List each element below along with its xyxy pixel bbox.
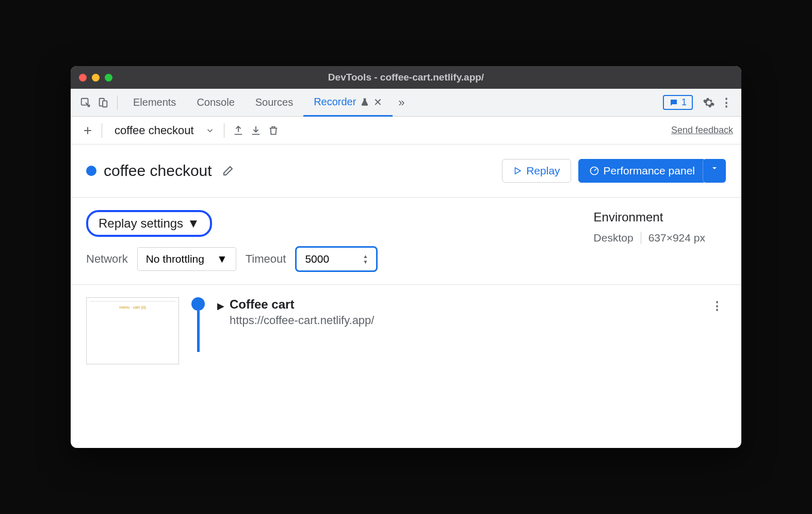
devtools-window: DevTools - coffee-cart.netlify.app/ Elem… <box>71 66 741 448</box>
replay-button[interactable]: Replay <box>502 159 571 183</box>
tab-recorder-label: Recorder <box>314 96 356 108</box>
chat-icon <box>669 98 678 107</box>
tab-console[interactable]: Console <box>186 89 245 117</box>
environment-size: 637×924 px <box>648 232 705 244</box>
import-icon[interactable] <box>247 122 265 139</box>
close-tab-icon[interactable]: ✕ <box>373 96 382 108</box>
replay-settings-toggle[interactable]: Replay settings ▼ <box>86 210 212 237</box>
issues-button[interactable]: 1 <box>663 95 693 110</box>
replay-settings-fields: Network No throttling ▼ Timeout 5000 ▲ ▼ <box>86 246 378 272</box>
recorder-toolbar: + coffee checkout Send feedback <box>71 117 741 144</box>
timeline-line <box>197 311 200 352</box>
inspect-element-icon[interactable] <box>77 94 94 111</box>
step-thumbnail: menu cart (0) <box>86 297 179 364</box>
minimize-window-button[interactable] <box>92 74 100 82</box>
recording-title: coffee checkout <box>104 162 212 180</box>
network-throttling-value: No throttling <box>146 253 204 265</box>
titlebar: DevTools - coffee-cart.netlify.app/ <box>71 66 741 89</box>
divider <box>102 123 102 138</box>
timeout-label: Timeout <box>246 252 286 266</box>
replay-button-label: Replay <box>526 165 560 177</box>
device-toggle-icon[interactable] <box>94 94 112 111</box>
flask-icon <box>360 98 369 107</box>
devtools-tabbar: Elements Console Sources Recorder ✕ » 1 … <box>71 89 741 117</box>
tab-recorder[interactable]: Recorder ✕ <box>303 89 393 117</box>
more-menu-icon[interactable]: ⋮ <box>718 94 735 111</box>
window-title: DevTools - coffee-cart.netlify.app/ <box>71 72 741 83</box>
performance-panel-button[interactable]: Performance panel <box>578 159 706 183</box>
environment-info: Desktop 637×924 px <box>594 232 705 244</box>
gauge-icon <box>589 166 599 176</box>
export-icon[interactable] <box>230 122 247 139</box>
divider <box>117 95 118 110</box>
play-icon <box>513 166 522 175</box>
divider <box>224 123 224 138</box>
recording-status-dot <box>86 166 96 176</box>
settings-section: Replay settings ▼ Network No throttling … <box>71 198 741 285</box>
caret-down-icon: ▼ <box>187 216 200 231</box>
environment-title: Environment <box>594 210 705 224</box>
caret-down-icon: ▼ <box>217 253 228 265</box>
recording-selector[interactable]: coffee checkout <box>115 124 194 137</box>
expand-step-icon[interactable]: ▶ <box>217 300 224 312</box>
tab-elements[interactable]: Elements <box>123 89 186 117</box>
edit-name-icon[interactable] <box>219 162 237 180</box>
issues-count: 1 <box>681 97 687 108</box>
svg-rect-2 <box>103 101 107 107</box>
new-recording-icon[interactable]: + <box>79 122 96 139</box>
timeout-input[interactable]: 5000 ▲ ▼ <box>295 246 378 272</box>
step-menu-icon[interactable]: ⋮ <box>708 297 726 315</box>
recording-header: coffee checkout Replay Performance panel <box>71 144 741 198</box>
step-url: https://coffee-cart.netlify.app/ <box>230 314 374 327</box>
delete-icon[interactable] <box>265 122 282 139</box>
timeout-value: 5000 <box>305 253 329 265</box>
maximize-window-button[interactable] <box>105 74 112 82</box>
step-title: Coffee cart <box>230 297 374 312</box>
number-stepper[interactable]: ▲ ▼ <box>363 253 368 265</box>
divider <box>641 232 641 244</box>
settings-icon[interactable] <box>700 94 718 111</box>
send-feedback-link[interactable]: Send feedback <box>671 125 733 136</box>
performance-panel-label: Performance panel <box>604 165 695 177</box>
replay-settings-column: Replay settings ▼ Network No throttling … <box>86 210 378 272</box>
step-timeline <box>191 297 205 352</box>
more-tabs-icon[interactable]: » <box>393 94 410 111</box>
step-dot <box>191 297 205 311</box>
replay-settings-label: Replay settings <box>99 216 183 231</box>
step-down-icon[interactable]: ▼ <box>363 259 368 265</box>
network-throttling-select[interactable]: No throttling ▼ <box>137 247 236 271</box>
steps-list: menu cart (0) ▶ Coffee cart https://coff… <box>71 285 741 377</box>
performance-dropdown-button[interactable] <box>703 159 726 183</box>
environment-device: Desktop <box>594 232 634 244</box>
step-row[interactable]: ▶ Coffee cart https://coffee-cart.netlif… <box>217 297 374 327</box>
tab-sources[interactable]: Sources <box>245 89 303 117</box>
network-label: Network <box>86 252 128 266</box>
close-window-button[interactable] <box>79 74 87 82</box>
step-up-icon[interactable]: ▲ <box>363 253 368 259</box>
chevron-down-icon[interactable] <box>201 122 219 139</box>
environment-column: Environment Desktop 637×924 px <box>594 210 705 272</box>
window-controls <box>79 74 112 82</box>
recording-selector-label: coffee checkout <box>115 124 194 137</box>
